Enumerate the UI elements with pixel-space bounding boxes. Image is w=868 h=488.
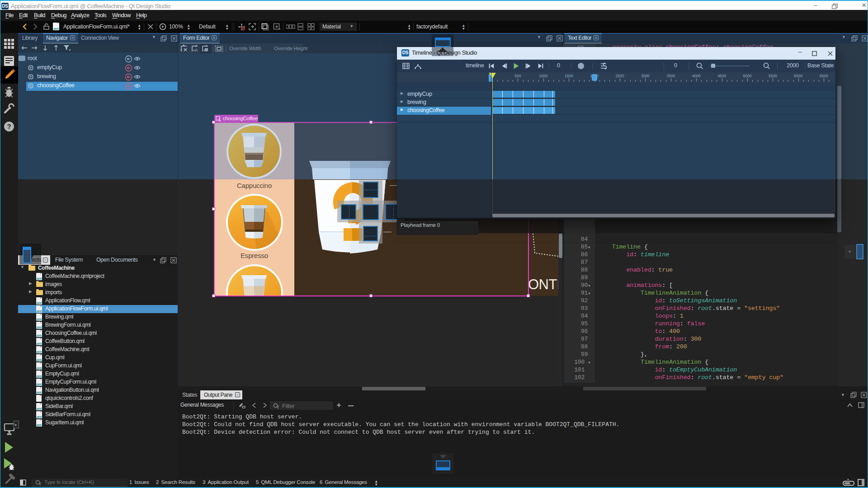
- svg-text:?: ?: [7, 122, 11, 130]
- svg-text:A: A: [195, 47, 198, 52]
